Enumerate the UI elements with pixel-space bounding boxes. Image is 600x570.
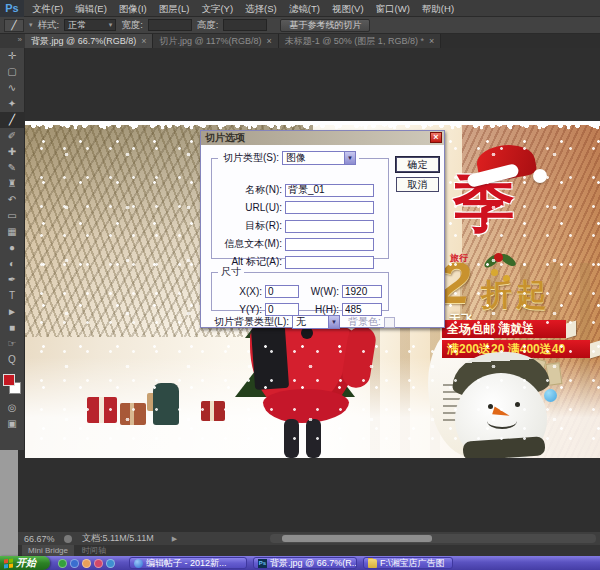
target-input[interactable] <box>285 220 374 233</box>
type-tool[interactable]: T <box>0 288 25 304</box>
slice-type-select[interactable]: 图像 ▼ <box>282 151 356 165</box>
menu-item[interactable]: 图像(I) <box>113 0 153 17</box>
quick-selection-tool[interactable]: ✦ <box>0 96 25 112</box>
quick-launch-icon[interactable] <box>70 559 79 568</box>
clone-stamp-tool[interactable]: ♜ <box>0 176 25 192</box>
gift-box <box>120 403 146 425</box>
w-input[interactable] <box>342 285 382 298</box>
status-popup-arrow-icon[interactable]: ▶ <box>172 535 177 543</box>
promo-banner-1: 全场包邮 满就送 <box>442 320 566 338</box>
quick-launch-icon[interactable] <box>82 559 91 568</box>
tab-slice-jpg[interactable]: 切片.jpg @ 117%(RGB/8) × <box>153 34 278 48</box>
browser-icon <box>134 559 143 568</box>
cancel-button[interactable]: 取消 <box>396 177 439 192</box>
tab-background-jpg[interactable]: 背景.jpg @ 66.7%(RGB/8) × <box>25 34 153 48</box>
eraser-tool[interactable]: ▭ <box>0 208 25 224</box>
black-handbag <box>251 326 289 390</box>
x-label: X(X): <box>216 286 262 297</box>
name-input[interactable] <box>285 184 374 197</box>
history-brush-tool[interactable]: ↶ <box>0 192 25 208</box>
blur-tool[interactable]: ● <box>0 240 25 256</box>
tools-panel: ✛▢∿✦╱✐✚✎♜↶▭▦●◐✒T►■☞Q ◎ ▣ <box>0 48 25 450</box>
bg-color-swatch[interactable] <box>384 317 395 328</box>
ok-button[interactable]: 确定 <box>396 157 439 172</box>
marquee-tool[interactable]: ▢ <box>0 64 25 80</box>
height-input[interactable] <box>223 19 267 31</box>
slice-bg-type-label: 切片背景类型(L): <box>205 315 289 329</box>
document-tab-bar: 背景.jpg @ 66.7%(RGB/8) × 切片.jpg @ 117%(RG… <box>25 34 600 48</box>
pen-tool[interactable]: ✒ <box>0 272 25 288</box>
photoshop-icon: Ps <box>258 559 267 568</box>
zoom-tool[interactable]: Q <box>0 352 25 368</box>
hand-tool[interactable]: ☞ <box>0 336 25 352</box>
document-size-info: 文档:5.11M/5.11M <box>82 532 154 545</box>
menu-item[interactable]: 文件(F) <box>26 0 69 17</box>
close-icon[interactable]: × <box>430 132 442 143</box>
zoom-level-field[interactable]: 66.67% <box>24 534 58 544</box>
quick-launch-bar <box>58 559 115 568</box>
status-bar: 66.67% 文档:5.11M/5.11M ▶ <box>18 532 600 545</box>
tab-close-icon[interactable]: × <box>266 36 271 46</box>
dialog-title: 切片选项 <box>205 132 245 143</box>
gradient-tool[interactable]: ▦ <box>0 224 25 240</box>
dimensions-legend: 尺寸 <box>218 265 244 279</box>
tool-preset-chevron-icon[interactable]: ▾ <box>29 21 33 29</box>
menu-item[interactable]: 视图(V) <box>326 0 370 17</box>
mini-bridge-button[interactable]: Mini Bridge <box>22 545 74 556</box>
dialog-title-bar[interactable]: 切片选项 × <box>201 131 444 145</box>
toolbar-collapse-chevron[interactable]: » <box>0 34 25 48</box>
blue-ornament <box>544 389 557 402</box>
dodge-tool[interactable]: ◐ <box>0 256 25 272</box>
menu-item[interactable]: 帮助(H) <box>416 0 460 17</box>
taskbtn-folder[interactable]: F:\湘宝店广告图 <box>363 557 453 569</box>
menu-item[interactable]: 滤镜(T) <box>283 0 326 17</box>
y-label: Y(Y): <box>216 304 262 315</box>
menu-item[interactable]: 选择(S) <box>239 0 283 17</box>
x-input[interactable] <box>265 285 299 298</box>
healing-brush-tool[interactable]: ✚ <box>0 144 25 160</box>
menu-item[interactable]: 文字(Y) <box>195 0 239 17</box>
url-input[interactable] <box>285 201 374 214</box>
eyedropper-tool[interactable]: ✐ <box>0 128 25 144</box>
slice-bg-type-select[interactable]: 无 ▼ <box>292 315 340 329</box>
taskbtn-photoshop[interactable]: Ps 背景.jpg @ 66.7%(R... <box>253 557 357 569</box>
brush-tool[interactable]: ✎ <box>0 160 25 176</box>
tab-close-icon[interactable]: × <box>141 36 146 46</box>
windows-logo-icon <box>4 558 13 568</box>
target-label: 目标(R): <box>216 219 282 233</box>
style-select[interactable]: 正常 ▾ <box>64 19 116 31</box>
menu-item[interactable]: 编辑(E) <box>69 0 113 17</box>
windows-taskbar: 开始 编辑帖子 - 2012新... Ps 背景.jpg @ 66.7%(R..… <box>0 556 600 570</box>
shape-tool[interactable]: ■ <box>0 320 25 336</box>
message-text-label: 信息文本(M): <box>216 237 282 251</box>
quick-launch-icon[interactable] <box>58 559 67 568</box>
tab-untitled-1[interactable]: 未标题-1 @ 50% (图层 1, RGB/8) * × <box>279 34 441 48</box>
menu-item[interactable]: 窗口(W) <box>370 0 416 17</box>
path-selection-tool[interactable]: ► <box>0 304 25 320</box>
timeline-button[interactable]: 时间轴 <box>82 545 106 556</box>
foreground-color-swatch[interactable] <box>3 374 15 386</box>
move-tool[interactable]: ✛ <box>0 48 25 64</box>
taskbtn-post-editor[interactable]: 编辑帖子 - 2012新... <box>129 557 247 569</box>
tab-close-icon[interactable]: × <box>429 36 434 46</box>
message-text-input[interactable] <box>285 238 374 251</box>
slices-from-guides-button[interactable]: 基于参考线的切片 <box>280 19 370 32</box>
width-input[interactable] <box>148 19 192 31</box>
lasso-tool[interactable]: ∿ <box>0 80 25 96</box>
slice-tool[interactable]: ╱ <box>0 112 25 128</box>
model-leg <box>306 419 321 458</box>
quick-mask-button[interactable]: ◎ <box>0 400 25 416</box>
start-button[interactable]: 开始 <box>0 556 50 570</box>
panel-dock-bar: Mini Bridge 时间轴 <box>18 545 600 556</box>
window-edge <box>0 450 18 556</box>
w-label: W(W): <box>299 286 339 297</box>
scrollbar-thumb[interactable] <box>282 535 432 542</box>
screen-mode-button[interactable]: ▣ <box>0 416 25 432</box>
slice-tool-icon[interactable]: ╱ <box>4 19 24 32</box>
horizontal-scrollbar[interactable] <box>270 534 596 543</box>
chevron-down-icon: ▾ <box>109 21 113 29</box>
quick-launch-icon[interactable] <box>106 559 115 568</box>
quick-launch-icon[interactable] <box>94 559 103 568</box>
menu-item[interactable]: 图层(L) <box>153 0 196 17</box>
slice-fieldset: 切片类型(S): 图像 ▼ 名称(N): URL(U): 目标(R): 信息文本… <box>211 151 389 259</box>
